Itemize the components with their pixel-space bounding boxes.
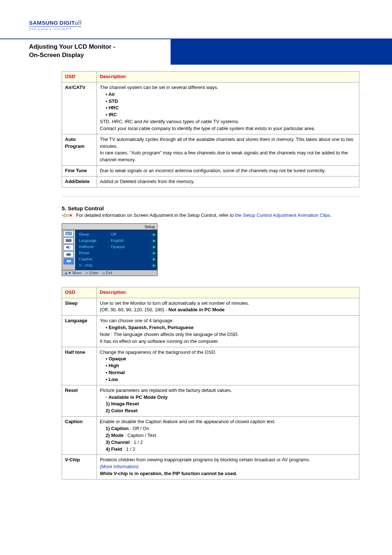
arrow-right-icon: ▶ xyxy=(153,263,156,268)
brand-suffix: DIGIT xyxy=(60,20,75,26)
osd-row: Reset▶ xyxy=(79,250,156,256)
th-desc: Description xyxy=(97,72,359,82)
osd-title: Setup xyxy=(62,224,157,230)
sound-icon xyxy=(64,244,74,251)
cell-osd: Auto Program xyxy=(62,134,97,165)
svg-point-3 xyxy=(66,234,68,235)
cell-osd: Language xyxy=(62,316,97,347)
cell-osd: Caption xyxy=(62,417,97,455)
pip-icon xyxy=(64,238,74,244)
channel-icon xyxy=(64,251,74,258)
th-desc: Description xyxy=(97,287,359,298)
hint-move: ▲▼Move xyxy=(64,271,81,275)
arrow-right-icon: ▶ xyxy=(153,238,156,243)
table-row: Half tone Change the opaqueness of the b… xyxy=(62,347,359,385)
divider xyxy=(62,196,359,197)
table-channel-osd: OSD Description Air/CATV The channel sys… xyxy=(62,71,359,187)
content: OSD Description Air/CATV The channel sys… xyxy=(0,67,392,499)
th-osd: OSD xyxy=(62,72,97,82)
arrow-right-icon: ▶ xyxy=(153,257,156,262)
cell-desc: Picture parameters are replaced with the… xyxy=(97,385,359,416)
arrow-right-icon: ▶ xyxy=(153,251,156,255)
svg-marker-1 xyxy=(69,213,73,217)
svg-rect-7 xyxy=(70,239,71,240)
svg-line-11 xyxy=(69,252,70,254)
cell-desc: The TV automatically cycles through all … xyxy=(97,134,359,165)
table-row: Auto Program The TV automatically cycles… xyxy=(62,134,359,165)
title-band-blue xyxy=(171,39,392,65)
enter-icon: ↵ xyxy=(86,271,89,275)
osd-row: Language:English▶ xyxy=(79,238,156,244)
cell-osd: Fine Tune xyxy=(62,166,97,177)
svg-rect-13 xyxy=(68,260,69,262)
svg-marker-8 xyxy=(66,246,69,249)
page-title: Adjusting Your LCD Monitor - On-Screen D… xyxy=(29,41,171,61)
table-setup-osd: OSD Description Sleep Use to set the Mon… xyxy=(62,287,359,479)
cell-desc: Use to set the Monitor to turn off autom… xyxy=(97,298,359,316)
table-row: Add/Delete Addsd or Deleted channels fro… xyxy=(62,176,359,187)
svg-marker-0 xyxy=(62,213,69,218)
osd-row: Halftone:Opaque▶ xyxy=(79,244,156,250)
osd-side-icons xyxy=(62,230,75,270)
header-spacer xyxy=(0,0,392,9)
arrow-icon xyxy=(62,213,69,218)
svg-rect-12 xyxy=(67,260,68,262)
svg-rect-14 xyxy=(70,260,71,262)
table-row: Reset Picture parameters are replaced wi… xyxy=(62,385,359,416)
svg-line-10 xyxy=(68,252,69,254)
setup-clips-link[interactable]: the Setup Control Adjustment Animation C… xyxy=(235,212,330,218)
exit-icon: ⎚ xyxy=(103,271,105,275)
table-row: Caption Enable or disable the Caption fe… xyxy=(62,417,359,455)
cell-osd: Reset xyxy=(62,385,97,416)
osd-menu: Sleep:Off▶ Language:English▶ Halftone:Op… xyxy=(75,230,157,270)
svg-rect-5 xyxy=(66,239,68,240)
page-title-line1: Adjusting Your LCD Monitor - xyxy=(29,43,171,51)
brand-logo: SAMSUNG DIGITall everyone's invited™ xyxy=(29,19,81,31)
table-row: Air/CATV The channel system can be set i… xyxy=(62,82,359,134)
cell-desc: Protects children from viewing inappropr… xyxy=(97,455,359,479)
cell-desc: Change the opaqueness of the background … xyxy=(97,347,359,385)
more-information-link[interactable]: (More Information) xyxy=(100,464,139,469)
hint-exit: ⎚Exit xyxy=(103,271,112,275)
brand-logo-area: SAMSUNG DIGITall everyone's invited™ xyxy=(0,9,392,35)
brand-name: SAMSUNG xyxy=(29,20,58,26)
table-row: V-Chip Protects children from viewing in… xyxy=(62,455,359,479)
lead-icons xyxy=(62,212,73,219)
setup-osd-screenshot: Setup Sleep:Off▶ Language:English▶ Halft… xyxy=(62,223,158,276)
brand-italic: all xyxy=(75,19,81,26)
osd-row: V - chip▶ xyxy=(79,262,156,268)
cell-osd: Sleep xyxy=(62,298,97,316)
table-row: Language You can choose one of 4 languag… xyxy=(62,316,359,347)
picture-icon xyxy=(64,231,74,237)
arrow-right-icon: ▶ xyxy=(153,244,156,249)
th-osd: OSD xyxy=(62,287,97,298)
setup-heading: 5. Setup Control xyxy=(62,205,359,211)
cell-desc: Enable or disable the Caption feature an… xyxy=(97,417,359,455)
hint-enter: ↵Enter xyxy=(86,271,98,275)
setup-lead: For detailed information on Screen Adjus… xyxy=(62,212,359,219)
table-row: Fine Tune Due to weak signals or an inco… xyxy=(62,166,359,177)
star-icon xyxy=(69,213,73,218)
cell-osd: Half tone xyxy=(62,347,97,385)
updown-icon: ▲▼ xyxy=(64,271,72,275)
cell-osd: Add/Delete xyxy=(62,176,97,187)
osd-row: Sleep:Off▶ xyxy=(79,231,156,238)
page-title-line2: On-Screen Display xyxy=(29,51,171,60)
brand-tagline: everyone's invited™ xyxy=(29,27,81,31)
cell-desc: The channel system can be set in several… xyxy=(97,82,359,134)
arrow-right-icon: ▶ xyxy=(153,232,156,237)
title-band: Adjusting Your LCD Monitor - On-Screen D… xyxy=(0,39,392,65)
svg-rect-6 xyxy=(68,239,69,240)
setup-icon xyxy=(64,258,74,264)
table-row: Sleep Use to set the Monitor to turn off… xyxy=(62,298,359,316)
cell-desc: Addsd or Deleted channels from the memor… xyxy=(97,176,359,187)
osd-hints: ▲▼Move ↵Enter ⎚Exit xyxy=(62,270,157,276)
cell-osd: V-Chip xyxy=(62,455,97,479)
cell-osd: Air/CATV xyxy=(62,82,97,134)
svg-rect-9 xyxy=(66,254,71,256)
osd-row: Caption▶ xyxy=(79,256,156,262)
cell-desc: You can choose one of 4 language. • Engl… xyxy=(97,316,359,347)
cell-desc: Due to weak signals or an incorrect ante… xyxy=(97,166,359,177)
